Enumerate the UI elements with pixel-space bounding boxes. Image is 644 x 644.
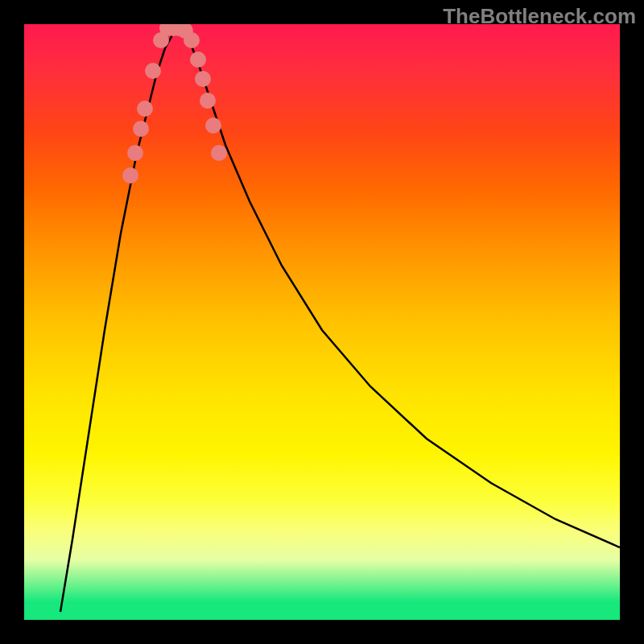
- curve-group: [60, 24, 620, 612]
- curve-left: [60, 28, 181, 612]
- chart-plot-area: [24, 24, 620, 620]
- highlight-points: [122, 24, 227, 184]
- data-point: [195, 71, 211, 87]
- watermark: TheBottleneck.com: [443, 4, 636, 29]
- data-point: [145, 63, 161, 79]
- data-point: [211, 145, 227, 161]
- curve-right: [181, 28, 620, 547]
- data-point: [137, 101, 153, 117]
- data-point: [200, 93, 216, 109]
- data-point: [133, 121, 149, 137]
- data-point: [122, 167, 138, 184]
- data-point: [184, 32, 200, 48]
- data-point: [190, 52, 206, 68]
- data-point: [205, 118, 221, 134]
- chart-svg: [24, 24, 620, 620]
- data-point: [127, 145, 143, 161]
